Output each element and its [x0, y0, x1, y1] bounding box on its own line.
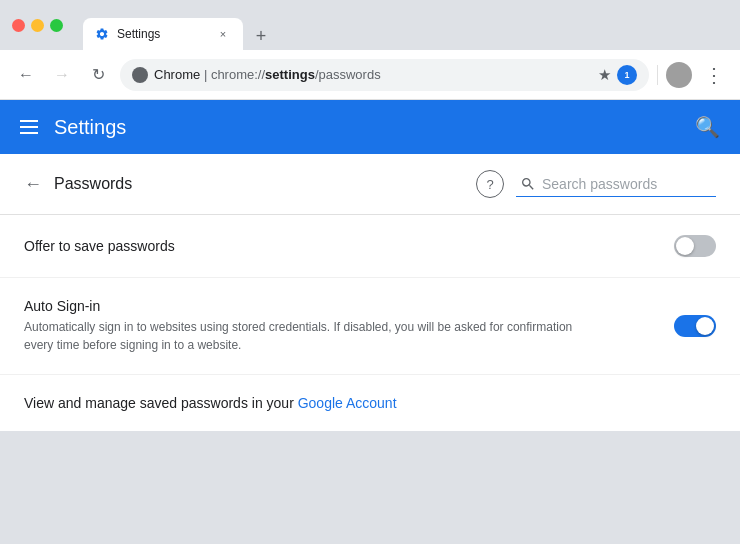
- maximize-window-button[interactable]: [50, 19, 63, 32]
- offer-save-toggle-track: [674, 235, 716, 257]
- settings-tab-icon: [95, 27, 109, 41]
- auto-signin-sublabel: Automatically sign in to websites using …: [24, 318, 584, 354]
- avatar[interactable]: [666, 62, 692, 88]
- google-account-row: View and manage saved passwords in your …: [0, 375, 740, 431]
- offer-save-passwords-row: Offer to save passwords: [0, 215, 740, 278]
- site-favicon-icon: [132, 67, 148, 83]
- url-scheme: chrome://: [211, 67, 265, 82]
- address-bar[interactable]: Chrome | chrome://settings/passwords ★ 1: [120, 59, 649, 91]
- bookmark-star-icon[interactable]: ★: [598, 66, 611, 84]
- offer-save-label-block: Offer to save passwords: [24, 238, 674, 254]
- url-path-rest: /passwords: [315, 67, 381, 82]
- passwords-back-button[interactable]: ←: [24, 174, 42, 195]
- settings-search-icon[interactable]: 🔍: [695, 115, 720, 139]
- help-icon: ?: [486, 177, 493, 192]
- settings-header: Settings 🔍: [0, 100, 740, 154]
- auto-signin-toggle[interactable]: [674, 315, 716, 337]
- title-bar: Settings × +: [0, 0, 740, 50]
- search-passwords-icon: [520, 176, 536, 192]
- search-passwords-input[interactable]: [542, 176, 702, 192]
- passwords-content: ← Passwords ? Offer to save passwords Au…: [0, 154, 740, 431]
- tab-close-button[interactable]: ×: [215, 26, 231, 42]
- auto-signin-label: Auto Sign-in: [24, 298, 674, 314]
- passwords-help-button[interactable]: ?: [476, 170, 504, 198]
- address-text: Chrome | chrome://settings/passwords: [154, 67, 381, 82]
- hamburger-menu-button[interactable]: [20, 120, 38, 134]
- search-passwords-field[interactable]: [516, 172, 716, 197]
- passwords-header: ← Passwords ?: [0, 154, 740, 215]
- auto-signin-row: Auto Sign-in Automatically sign in to we…: [0, 278, 740, 375]
- auto-signin-label-block: Auto Sign-in Automatically sign in to we…: [24, 298, 674, 354]
- nav-separator: [657, 65, 658, 85]
- settings-header-title: Settings: [54, 116, 679, 139]
- reload-button[interactable]: ↻: [84, 61, 112, 89]
- offer-save-label: Offer to save passwords: [24, 238, 674, 254]
- passwords-page-title: Passwords: [54, 175, 464, 193]
- google-account-link[interactable]: Google Account: [298, 395, 397, 411]
- minimize-window-button[interactable]: [31, 19, 44, 32]
- tab-bar: Settings × +: [71, 0, 728, 50]
- forward-button[interactable]: →: [48, 61, 76, 89]
- settings-tab-label: Settings: [117, 27, 160, 41]
- extension-icon[interactable]: 1: [617, 65, 637, 85]
- account-text: View and manage saved passwords in your: [24, 395, 298, 411]
- auto-signin-toggle-track: [674, 315, 716, 337]
- chrome-menu-button[interactable]: ⋮: [700, 61, 728, 89]
- close-window-button[interactable]: [12, 19, 25, 32]
- traffic-lights: [12, 19, 63, 32]
- back-button[interactable]: ←: [12, 61, 40, 89]
- nav-bar: ← → ↻ Chrome | chrome://settings/passwor…: [0, 50, 740, 100]
- offer-save-toggle-thumb: [676, 237, 694, 255]
- new-tab-button[interactable]: +: [247, 22, 275, 50]
- auto-signin-toggle-thumb: [696, 317, 714, 335]
- settings-tab[interactable]: Settings ×: [83, 18, 243, 50]
- offer-save-toggle[interactable]: [674, 235, 716, 257]
- url-path-bold: settings: [265, 67, 315, 82]
- browser-label: Chrome: [154, 67, 200, 82]
